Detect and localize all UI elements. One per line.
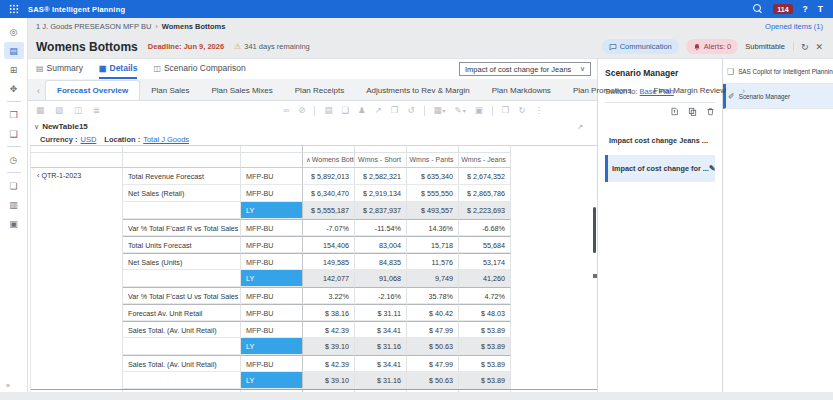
data-cell-r13-c2[interactable]: $ 31.16 xyxy=(355,372,407,389)
data-cell-r13-c1[interactable]: $ 39.10 xyxy=(303,372,355,389)
column-header-1[interactable]: ∧Womens Bottoms xyxy=(303,153,355,168)
tab-details[interactable]: ▦ Details xyxy=(99,59,137,79)
copy-scenario-icon[interactable] xyxy=(688,107,697,116)
scenario-item[interactable]: Impact of cost change for ...✎ xyxy=(605,155,715,182)
data-cell-r4-c1[interactable]: -7.07% xyxy=(303,219,355,236)
data-cell-r12-c3[interactable]: $ 47.99 xyxy=(407,355,459,372)
data-cell-r6-c2[interactable]: 84,835 xyxy=(355,253,407,270)
subtab-adjustments-to-rev-margin[interactable]: Adjustments to Rev & Margin xyxy=(355,81,481,100)
scenario-item[interactable]: Impact cost change Jeans ... xyxy=(605,130,715,151)
close-icon[interactable]: ✕ xyxy=(815,42,823,52)
link-icon[interactable]: ∞ xyxy=(283,106,289,115)
data-cell-r5-c4[interactable]: 55,684 xyxy=(459,236,511,253)
apps-grid-icon[interactable] xyxy=(0,0,28,18)
data-cell-r11-c2[interactable]: $ 31.16 xyxy=(355,338,407,355)
calendar-icon[interactable]: ▦ xyxy=(36,106,44,115)
data-cell-r11-c4[interactable]: $ 53.89 xyxy=(459,338,511,355)
help-icon[interactable]: ? xyxy=(803,4,808,14)
document-icon[interactable]: ❒ xyxy=(502,106,510,115)
opened-items-link[interactable]: Opened items (1) xyxy=(765,22,823,31)
data-cell-r9-c2[interactable]: $ 31.11 xyxy=(355,304,407,321)
data-cell-r12-c4[interactable]: $ 53.89 xyxy=(459,355,511,372)
data-cell-r8-c3[interactable]: 35.78% xyxy=(407,287,459,304)
delete-scenario-icon[interactable] xyxy=(706,107,715,116)
print-icon[interactable]: ❐ xyxy=(391,106,399,115)
data-cell-r10-c1[interactable]: $ 42.39 xyxy=(303,321,355,338)
subtab-forecast-overview[interactable]: Forecast Overview xyxy=(45,80,140,100)
list-icon[interactable]: ≣ xyxy=(93,106,100,115)
data-cell-r9-c1[interactable]: $ 38.16 xyxy=(303,304,355,321)
more-icon[interactable]: ⋮ xyxy=(535,106,544,115)
subtab-plan-promotions[interactable]: Plan Promotions xyxy=(562,81,643,100)
column-header-3[interactable] xyxy=(407,146,459,153)
shield-icon[interactable]: ▣ xyxy=(475,106,483,115)
data-cell-r13-c3[interactable]: $ 50.63 xyxy=(407,372,459,389)
data-cell-r3-c1[interactable]: $ 5,555,187 xyxy=(303,202,355,219)
scenario-select-dropdown[interactable]: Impact of cost change for Jeans ∨ xyxy=(459,62,591,76)
data-cell-r11-c3[interactable]: $ 50.63 xyxy=(407,338,459,355)
tab-summary[interactable]: ▤ Summary xyxy=(36,59,83,79)
comment-icon[interactable]: ❑ xyxy=(341,106,349,115)
save-scenario-icon[interactable] xyxy=(670,107,679,116)
data-cell-r10-c3[interactable]: $ 47.99 xyxy=(407,321,459,338)
data-cell-r8-c2[interactable]: -2.16% xyxy=(355,287,407,304)
worksheets-icon[interactable]: ▤ xyxy=(4,42,24,59)
data-cell-r14-c1[interactable]: $ 1,325,418 xyxy=(303,390,355,392)
layers-icon[interactable]: ▥ xyxy=(4,196,24,213)
data-cell-r9-c4[interactable]: $ 48.03 xyxy=(459,304,511,321)
notes-icon[interactable]: ▤ xyxy=(324,106,332,115)
rail-item-sas-copilot-for-intelligent-planning[interactable]: ❑SAS Copilot for Intelligent Planning xyxy=(723,59,833,84)
refresh-icon[interactable]: ↻ xyxy=(801,42,809,52)
table-maximize-icon[interactable]: ↗ xyxy=(577,123,583,131)
table-options-icon[interactable]: ▦▾ xyxy=(434,106,446,115)
avatar[interactable]: T xyxy=(818,4,823,14)
data-cell-r3-c2[interactable]: $ 2,837,937 xyxy=(355,202,407,219)
data-cell-r2-c1[interactable]: $ 6,340,470 xyxy=(303,185,355,202)
data-cell-r12-c1[interactable]: $ 42.39 xyxy=(303,355,355,372)
data-cell-r2-c4[interactable]: $ 2,865,786 xyxy=(459,185,511,202)
column-header-2[interactable] xyxy=(355,146,407,153)
notification-badge[interactable]: 114 xyxy=(773,4,792,14)
panel-drag-handle-icon[interactable]: ⋮ xyxy=(594,258,597,262)
data-cell-r5-c1[interactable]: 154,406 xyxy=(303,236,355,253)
data-cell-r4-c3[interactable]: 14.36% xyxy=(407,219,459,236)
data-cell-r2-c3[interactable]: $ 555,550 xyxy=(407,185,459,202)
panel-drag-dot[interactable] xyxy=(593,274,597,278)
data-cell-r14-c4[interactable]: $ 727,496 xyxy=(459,390,511,392)
history-icon[interactable]: ◷ xyxy=(4,151,24,168)
search-icon[interactable] xyxy=(753,4,763,14)
data-cell-r8-c1[interactable]: 3.22% xyxy=(303,287,355,304)
data-cell-r14-c2[interactable]: $ 411,866 xyxy=(355,390,407,392)
column-header-1[interactable] xyxy=(303,146,355,153)
bag-icon[interactable]: ▣ xyxy=(4,215,24,232)
data-cell-r3-c4[interactable]: $ 2,223,693 xyxy=(459,202,511,219)
column-header-3[interactable]: Wmns - Pants xyxy=(407,153,459,168)
data-cell-r3-c3[interactable]: $ 493,557 xyxy=(407,202,459,219)
data-cell-r7-c3[interactable]: 9,749 xyxy=(407,270,459,287)
breadcrumb-path[interactable]: 1 J. Goods PRESEASON MFP BU xyxy=(36,22,151,31)
image-icon[interactable]: ▨ xyxy=(55,106,63,115)
vertical-scrollbar[interactable] xyxy=(593,207,596,253)
data-cell-r6-c1[interactable]: 149,585 xyxy=(303,253,355,270)
data-cell-r5-c2[interactable]: 83,004 xyxy=(355,236,407,253)
share-icon[interactable]: ✥ xyxy=(4,80,24,97)
data-cell-r1-c1[interactable]: $ 5,892,013 xyxy=(303,168,355,185)
subtab-plan-sales[interactable]: Plan Sales xyxy=(140,81,200,100)
expand-cells-icon[interactable]: ↗ xyxy=(375,106,382,115)
chart-icon[interactable]: ◫ xyxy=(74,106,82,115)
folder-icon[interactable]: ❑ xyxy=(4,125,24,142)
clipboard-icon[interactable]: ❒ xyxy=(4,106,24,123)
subtab-plan-sales-mixes[interactable]: Plan Sales Mixes xyxy=(200,81,283,100)
data-cell-r11-c1[interactable]: $ 39.10 xyxy=(303,338,355,355)
edit-scenario-icon[interactable]: ✎ xyxy=(709,164,715,173)
data-cell-r13-c4[interactable]: $ 53.89 xyxy=(459,372,511,389)
data-cell-r7-c4[interactable]: 41,260 xyxy=(459,270,511,287)
data-cell-r1-c2[interactable]: $ 2,582,321 xyxy=(355,168,407,185)
data-cell-r4-c2[interactable]: -11.54% xyxy=(355,219,407,236)
tab-scenario-comparison[interactable]: ◫ Scenario Comparison xyxy=(153,59,245,79)
dashboard-icon[interactable]: ⊞ xyxy=(4,61,24,78)
data-cell-r4-c4[interactable]: -6.68% xyxy=(459,219,511,236)
person-icon[interactable]: ♟ xyxy=(358,106,366,115)
edit-options-icon[interactable]: ✎▾ xyxy=(455,106,466,115)
data-cell-r7-c2[interactable]: 91,068 xyxy=(355,270,407,287)
